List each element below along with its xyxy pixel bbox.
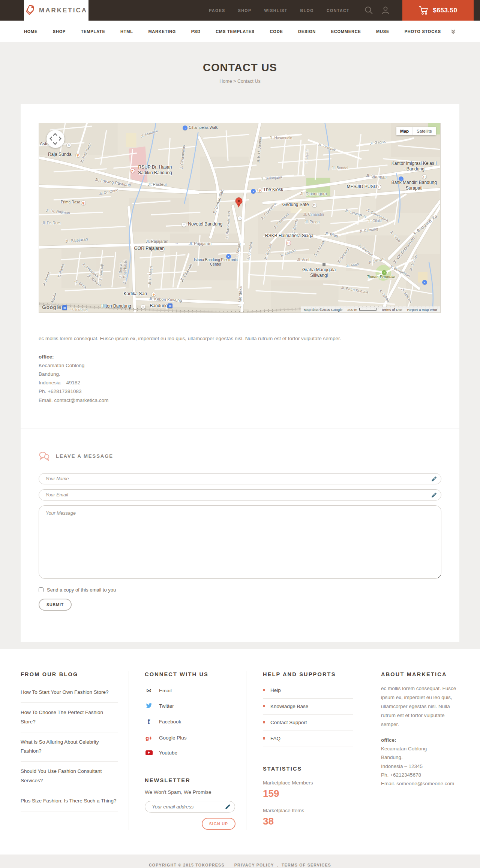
footer-heading-newsletter: NEWSLETTER (145, 777, 236, 783)
menu-item-code[interactable]: CODE (270, 29, 283, 34)
submit-button[interactable]: SUBMIT (39, 599, 72, 611)
location-marker-pin[interactable] (235, 197, 242, 208)
newsletter-field-wrap (145, 801, 235, 813)
copyright-bar: COPYRIGHT © 2015 TOKOPRESS PRIVACY POLIC… (0, 855, 480, 868)
social-link-twitter[interactable]: Twitter (145, 699, 236, 713)
social-link-youtube[interactable]: Youtube (145, 745, 236, 760)
terms-of-use-link[interactable]: Terms of Use (381, 308, 402, 312)
museum-map-icon (422, 174, 427, 179)
social-link-email[interactable]: ✉ Email (145, 683, 236, 699)
office-label: office: (381, 736, 459, 744)
social-link-google-plus[interactable]: g+ Google Plus (145, 730, 236, 745)
map-label: Jl. Pajajaran (189, 241, 212, 246)
breadcrumb-home[interactable]: Home (219, 79, 232, 84)
menu-item-marketing[interactable]: MARKETING (148, 29, 176, 34)
map-label: Jl. Ternate (263, 243, 273, 260)
stat-value: 38 (263, 816, 353, 827)
chevron-double-down-icon[interactable] (451, 29, 456, 34)
email-icon: ✉ (145, 687, 153, 694)
pan-right-icon[interactable] (57, 136, 61, 140)
help-link[interactable]: Contact Support (263, 715, 353, 731)
google-logo[interactable]: Google (42, 304, 61, 310)
menu-item-shop[interactable]: SHOP (53, 29, 66, 34)
hospital-map-icon (130, 168, 135, 173)
email-input[interactable] (39, 489, 441, 500)
map-label: Jl. Serayu (368, 256, 385, 265)
signup-button[interactable]: SIGN UP (202, 818, 236, 830)
help-link[interactable]: FAQ (263, 731, 353, 747)
send-copy-checkbox[interactable] (39, 587, 44, 592)
top-nav-pages[interactable]: PAGES (209, 8, 225, 13)
menu-item-ecommerce[interactable]: ECOMMERCE (331, 29, 361, 34)
scale-bar (359, 308, 376, 311)
map-label: Jl. Trunojoyo (260, 202, 277, 221)
blog-post-link[interactable]: Plus Size Fashion: Is There Such a Thing… (21, 791, 118, 811)
menu-item-photo-stocks[interactable]: PHOTO STOCKS (405, 29, 441, 34)
top-nav-blog[interactable]: BLOG (300, 8, 314, 13)
menu-item-psd[interactable]: PSD (191, 29, 201, 34)
map-label: Kartika Sari (124, 291, 147, 296)
social-link-facebook[interactable]: f Facebook (145, 713, 236, 730)
map-label: Jl. Progo (305, 220, 320, 224)
blog-post-link[interactable]: How To Start Your Own Fashion Store? (21, 683, 118, 703)
address-line: Indonesia – 12345 (381, 762, 459, 771)
copyright-text: COPYRIGHT © 2015 TOKOPRESS (149, 863, 225, 867)
map-label: Jl. Pasteur (147, 182, 167, 187)
satellite-view-button[interactable]: Satellite (412, 127, 436, 135)
search-icon[interactable] (364, 6, 373, 15)
map-label: Jl. Cihampelas (179, 145, 186, 169)
top-nav-shop[interactable]: SHOP (238, 8, 252, 13)
train-map-icon (168, 303, 172, 308)
menu-item-cms-templates[interactable]: CMS TEMPLATES (216, 29, 255, 34)
header-icons (364, 6, 390, 15)
chat-bubbles-icon (39, 451, 50, 461)
map-pan-control[interactable] (46, 130, 64, 148)
blog-post-link[interactable]: How To Choose The Perfect Fashion Store? (21, 703, 118, 732)
top-nav-contact[interactable]: CONTACT (327, 8, 350, 13)
map-label: Jl. Banda (291, 219, 298, 235)
pan-left-icon[interactable] (50, 136, 54, 140)
map-label: Cihampelas Walk (189, 125, 218, 130)
menu-item-home[interactable]: HOME (24, 29, 38, 34)
map-view-button[interactable]: Map (396, 127, 412, 135)
stat-label: Marketplace Items (263, 808, 353, 813)
google-plus-icon: g+ (145, 735, 153, 741)
blog-post-link[interactable]: Should You Use Fashion Consultant Servic… (21, 762, 118, 791)
footer-heading-blog: FROM OUR BLOG (21, 671, 118, 677)
pan-down-icon[interactable] (53, 140, 57, 145)
user-icon[interactable] (381, 6, 390, 15)
menu-item-template[interactable]: TEMPLATE (81, 29, 105, 34)
map-label: Bank Mandiri Bandung Surapati (391, 180, 438, 191)
menu-item-html[interactable]: HTML (120, 29, 133, 34)
help-link[interactable]: Help (263, 683, 353, 699)
report-map-error-link[interactable]: Report a map error (407, 308, 437, 312)
message-textarea[interactable] (39, 505, 441, 579)
blog-post-link[interactable]: What is So Alluring About Celebrity Fash… (21, 732, 118, 762)
google-map[interactable]: AstonRaja SundaJl. Haji YasinJl. MakmurR… (39, 123, 441, 313)
privacy-policy-link[interactable]: PRIVACY POLICY (234, 863, 274, 867)
map-label: Jl. Maluku (400, 288, 414, 304)
pan-up-icon[interactable] (53, 133, 57, 137)
footer-about-column: ABOUT MARKETICA ec mollis lorem consequa… (364, 671, 459, 830)
stat-label: Marketplace Members (263, 780, 353, 786)
logo-text: MARKETICA (39, 7, 87, 14)
page-title: CONTACT US (0, 61, 480, 74)
terms-of-services-link[interactable]: TERMS OF SERVICES (282, 863, 331, 867)
help-link[interactable]: Knowladge Base (263, 699, 353, 715)
logo[interactable]: MARKETICA (24, 0, 88, 21)
map-label: Jl. Jamuju (408, 254, 417, 271)
footer-heading-statistics: STATISTICS (263, 766, 353, 772)
map-label: Jl. Diponegoro (300, 191, 327, 196)
newsletter-email-input[interactable] (145, 801, 235, 813)
map-label: Jl. Aruna (42, 272, 51, 287)
name-input[interactable] (39, 473, 441, 484)
menu-item-muse[interactable]: MUSE (376, 29, 389, 34)
cart-icon (419, 6, 429, 15)
map-label: Jl. Patra Komala (341, 285, 369, 294)
top-nav-wishlist[interactable]: WISHLIST (264, 8, 287, 13)
map-label: Jl. Gagak (370, 139, 386, 145)
menu-item-design[interactable]: DESIGN (298, 29, 316, 34)
breadcrumb-separator: > (233, 79, 236, 84)
cart-button[interactable]: $653.50 (402, 0, 474, 21)
map-label: Jl. Surapati (366, 173, 387, 180)
